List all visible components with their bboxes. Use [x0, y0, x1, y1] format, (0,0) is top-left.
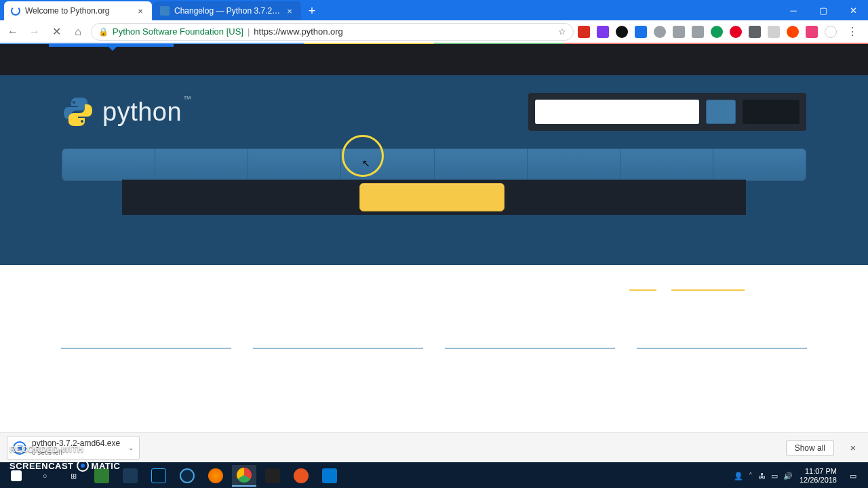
address-bar-row: ← → ✕ ⌂ 🔒 Python Software Foundation [US… [0, 20, 868, 43]
ext-pinterest-icon[interactable] [730, 26, 742, 38]
taskbar-app[interactable] [118, 465, 142, 487]
nav-item[interactable] [248, 149, 341, 180]
taskbar-app-photoshop[interactable] [146, 465, 171, 487]
taskbar-app-recorder[interactable] [175, 465, 199, 487]
taskbar-app[interactable] [289, 465, 313, 487]
social-box[interactable] [743, 100, 800, 124]
download-status: 0 secs left [32, 449, 120, 456]
system-tray[interactable]: 👤 ˄ 🖧 ▭ 🔊 [734, 472, 793, 481]
profile-avatar-icon[interactable] [825, 26, 837, 38]
ext-skype-icon[interactable] [654, 26, 666, 38]
column-heading-rule [61, 348, 231, 349]
ext-doc-icon[interactable] [692, 26, 704, 38]
download-button[interactable] [359, 183, 505, 211]
bookmark-star-icon[interactable]: ☆ [558, 26, 566, 37]
new-tab-button[interactable]: + [302, 1, 321, 20]
nav-item[interactable] [435, 149, 528, 180]
browser-menu-button[interactable]: ⋮ [844, 23, 861, 41]
download-filename: python-3.7.2-amd64.exe [32, 439, 120, 448]
window-close-button[interactable]: ✕ [838, 0, 868, 20]
search-go-button[interactable] [706, 100, 736, 124]
content-columns [0, 319, 868, 349]
python-favicon-icon [160, 6, 170, 16]
ext-a-icon[interactable] [806, 26, 818, 38]
nav-item[interactable] [713, 149, 806, 180]
chevron-down-icon[interactable]: ⌄ [128, 444, 134, 451]
main-nav [62, 148, 806, 181]
search-input[interactable] [535, 100, 699, 124]
column-heading-rule [637, 348, 807, 349]
loading-spinner-icon [11, 6, 20, 16]
taskbar-app-chrome[interactable] [232, 465, 256, 487]
ext-grammarly-icon[interactable] [711, 26, 723, 38]
sub-nav [122, 180, 746, 215]
close-shelf-button[interactable]: × [845, 440, 861, 456]
browser-tab-inactive[interactable]: Changelog — Python 3.7.2 docu × [153, 1, 301, 20]
taskbar-date: 12/26/2018 [800, 476, 837, 485]
forward-button[interactable]: → [26, 23, 43, 41]
windows-taskbar: ○ ⊞ 👤 ˄ 🖧 ▭ 🔊 11:07 PM 12/26/2018 ▭ [0, 462, 868, 488]
address-origin: Python Software Foundation [US] [113, 26, 243, 37]
ext-camera-icon[interactable] [673, 26, 685, 38]
taskbar-clock[interactable]: 11:07 PM 12/26/2018 [800, 467, 837, 484]
hero-links [629, 289, 745, 291]
tab-strip: Welcome to Python.org × Changelog — Pyth… [0, 0, 868, 20]
address-bar[interactable]: 🔒 Python Software Foundation [US] | http… [91, 23, 574, 41]
python-logo-text: python™ [102, 98, 191, 127]
home-button[interactable]: ⌂ [69, 23, 87, 41]
taskbar-app[interactable] [90, 465, 114, 487]
window-minimize-button[interactable]: ─ [778, 0, 808, 20]
ext-reddit-icon[interactable] [787, 26, 799, 38]
ext-k-icon[interactable] [616, 26, 628, 38]
nav-item[interactable] [155, 149, 248, 180]
tab-title: Changelog — Python 3.7.2 docu [174, 6, 281, 16]
ext-grey-icon[interactable] [768, 26, 780, 38]
network-icon[interactable]: 🖧 [758, 472, 766, 480]
python-logo-icon [62, 96, 94, 128]
battery-icon[interactable]: ▭ [771, 472, 778, 481]
ext-abp-icon[interactable] [578, 26, 590, 38]
taskbar-app-firefox[interactable] [203, 465, 228, 487]
nav-item[interactable] [620, 149, 713, 180]
nav-item[interactable] [62, 149, 155, 180]
hero-section: python™ [0, 75, 868, 319]
task-view-button[interactable]: ⊞ [61, 465, 85, 487]
action-center-button[interactable]: ▭ [844, 465, 863, 487]
content-column [61, 348, 231, 349]
ext-purple-icon[interactable] [597, 26, 609, 38]
python-logo[interactable]: python™ [62, 96, 191, 128]
ext-shield-icon[interactable] [749, 26, 761, 38]
hero-link[interactable] [671, 289, 745, 291]
nav-item[interactable] [341, 149, 434, 180]
column-heading-rule [253, 348, 423, 349]
ext-pen-icon[interactable] [635, 26, 647, 38]
content-column [637, 348, 807, 349]
download-item[interactable]: ▣ python-3.7.2-amd64.exe 0 secs left ⌄ [7, 436, 140, 459]
tab-close-button[interactable]: × [136, 6, 145, 16]
taskbar-app-vscode[interactable] [317, 465, 342, 487]
tray-chevron-up-icon[interactable]: ˄ [749, 472, 753, 481]
window-maximize-button[interactable]: ▢ [808, 0, 838, 20]
nav-item[interactable] [528, 149, 620, 180]
page-viewport: python™ [0, 44, 868, 432]
taskbar-time: 11:07 PM [800, 467, 837, 476]
address-separator: | [248, 26, 250, 37]
show-all-downloads-button[interactable]: Show all [786, 440, 834, 456]
taskbar-app-terminal[interactable] [260, 465, 285, 487]
browser-tab-active[interactable]: Welcome to Python.org × [4, 1, 152, 20]
hero-link[interactable] [629, 289, 656, 291]
browser-chrome: Welcome to Python.org × Changelog — Pyth… [0, 0, 868, 43]
site-topbar [0, 44, 868, 75]
tab-close-button[interactable]: × [285, 6, 294, 16]
window-controls: ─ ▢ ✕ [778, 0, 868, 20]
people-icon[interactable]: 👤 [734, 472, 743, 481]
stop-button[interactable]: ✕ [47, 23, 65, 41]
extensions-row: ⋮ [578, 23, 864, 41]
column-heading-rule [445, 348, 615, 349]
download-progress-icon: ▣ [13, 441, 26, 455]
back-button[interactable]: ← [4, 23, 22, 41]
cortana-button[interactable]: ○ [33, 465, 57, 487]
start-button[interactable] [4, 465, 28, 487]
volume-icon[interactable]: 🔊 [783, 472, 793, 481]
header-row: python™ [62, 75, 806, 131]
